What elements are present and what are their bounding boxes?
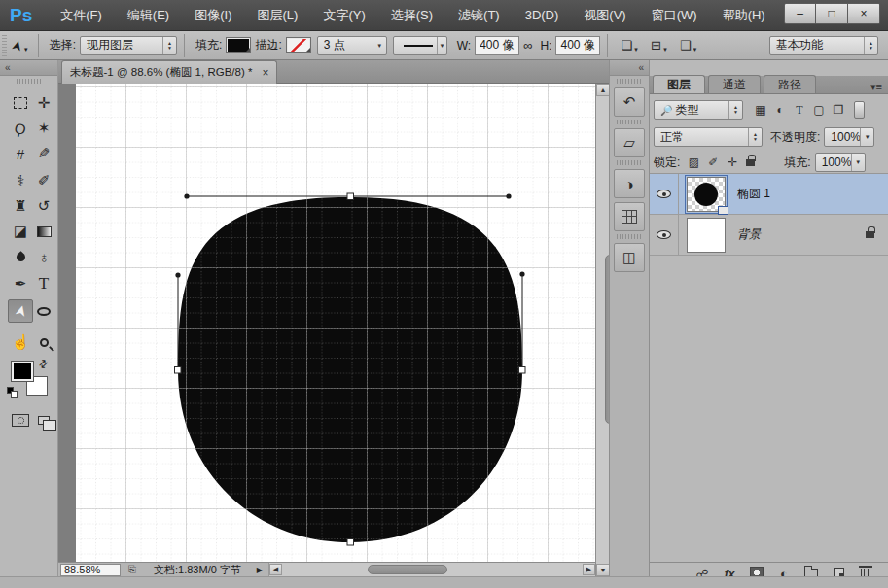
filter-type-dropdown[interactable]: 🔎 类型: [654, 100, 743, 120]
path-arrangement-button[interactable]: ❑▼: [680, 38, 698, 52]
layer-name[interactable]: 背景: [737, 226, 761, 243]
screen-mode-button[interactable]: [31, 408, 56, 432]
tab-paths[interactable]: 路径: [764, 75, 816, 93]
ellipse-shape-tool[interactable]: [31, 299, 56, 323]
crop-tool[interactable]: #: [8, 142, 33, 165]
minimize-button[interactable]: –: [784, 3, 816, 24]
lock-transparency-icon[interactable]: ▨: [684, 156, 703, 169]
export-status-icon[interactable]: ⎘: [128, 564, 136, 575]
rectangular-marquee-tool[interactable]: [8, 91, 33, 115]
maximize-button[interactable]: □: [816, 3, 848, 24]
tab-channels[interactable]: 通道: [708, 75, 761, 93]
blend-mode-dropdown[interactable]: 正常: [654, 127, 763, 147]
scroll-left-icon[interactable]: ◀: [269, 564, 282, 575]
menu-type[interactable]: 文字(Y): [310, 0, 377, 31]
canvas[interactable]: [58, 84, 595, 562]
opacity-input[interactable]: 100%: [824, 127, 874, 147]
filter-adjustment-layers-icon[interactable]: ◐: [770, 103, 790, 117]
clone-stamp-tool[interactable]: ♜: [8, 194, 33, 218]
tab-close-icon[interactable]: ×: [262, 66, 268, 80]
color-panel-button[interactable]: ◑: [614, 169, 645, 198]
fill-opacity-input[interactable]: 100%: [815, 153, 866, 172]
history-brush-tool[interactable]: ↺: [31, 194, 56, 218]
layer-row-background[interactable]: 背景: [650, 215, 888, 256]
dock-header[interactable]: «: [610, 60, 649, 76]
gradient-tool[interactable]: [31, 220, 56, 243]
filter-type-layers-icon[interactable]: T: [790, 103, 809, 118]
spot-healing-brush-tool[interactable]: ⚕: [8, 169, 33, 192]
lock-all-icon[interactable]: [746, 159, 755, 166]
move-tool[interactable]: ✛: [31, 91, 56, 115]
properties-icon: ▱: [623, 134, 635, 152]
shape-height-input[interactable]: 400 像: [555, 36, 600, 55]
menu-edit[interactable]: 编辑(E): [115, 0, 182, 31]
foreground-color-swatch[interactable]: [12, 362, 33, 381]
menu-file[interactable]: 文件(F): [48, 0, 115, 31]
close-button[interactable]: ×: [848, 3, 880, 24]
filter-shape-layers-icon[interactable]: ▢: [809, 103, 829, 117]
eyedropper-tool[interactable]: ✎: [31, 142, 56, 165]
blur-tool[interactable]: [8, 245, 33, 268]
visibility-toggle[interactable]: [650, 174, 679, 215]
type-tool[interactable]: T: [31, 272, 56, 295]
zoom-tool[interactable]: [31, 330, 56, 354]
layer-thumbnail[interactable]: [687, 177, 726, 212]
menu-select[interactable]: 选择(S): [378, 0, 445, 31]
horizontal-scroll-thumb[interactable]: [368, 565, 447, 574]
status-options-arrow-icon[interactable]: ▶: [257, 566, 263, 574]
menu-help[interactable]: 帮助(H): [710, 0, 778, 31]
visibility-toggle[interactable]: [650, 215, 679, 256]
vertical-scrollbar[interactable]: ▲ ▼: [595, 84, 609, 576]
lock-pixels-icon[interactable]: ✐: [703, 156, 723, 169]
menu-view[interactable]: 视图(V): [571, 0, 638, 31]
menu-layer[interactable]: 图层(L): [244, 0, 310, 31]
document-tab[interactable]: 未标题-1 @ 88.6% (椭圆 1, RGB/8) * ×: [61, 60, 277, 84]
menu-window[interactable]: 窗口(W): [639, 0, 710, 31]
stroke-width-dropdown[interactable]: 3 点: [317, 36, 387, 55]
layer-row-ellipse[interactable]: 椭圆 1: [650, 174, 888, 215]
filter-toggle-switch[interactable]: [854, 101, 865, 119]
scroll-down-icon[interactable]: ▼: [596, 564, 610, 576]
swatches-panel-button[interactable]: [614, 202, 645, 231]
stroke-type-dropdown[interactable]: [393, 36, 447, 55]
layer-thumbnail[interactable]: [687, 218, 726, 253]
swap-colors-icon[interactable]: ⇄: [36, 357, 52, 372]
horizontal-scrollbar[interactable]: ◀ ▶: [268, 563, 595, 577]
menu-image[interactable]: 图像(I): [182, 0, 244, 31]
brush-tool[interactable]: ✐: [31, 169, 56, 192]
path-alignment-button[interactable]: ⊟▼: [651, 38, 668, 52]
properties-panel-button[interactable]: ▱: [614, 128, 645, 157]
dodge-tool[interactable]: ♁: [31, 245, 56, 268]
hand-tool[interactable]: ☝: [8, 330, 33, 354]
filter-smart-objects-icon[interactable]: ❐: [829, 103, 848, 117]
pen-tool[interactable]: ✒: [8, 272, 33, 295]
panel-menu-icon[interactable]: ▾≡: [870, 81, 882, 93]
workspace-switcher-dropdown[interactable]: 基本功能: [769, 36, 878, 55]
tools-panel-header[interactable]: «: [0, 60, 57, 76]
menu-filter[interactable]: 滤镜(T): [445, 0, 513, 31]
canvas-viewport[interactable]: [58, 84, 595, 562]
path-selection-tool[interactable]: ➤: [8, 299, 33, 323]
menu-3d[interactable]: 3D(D): [513, 0, 572, 31]
lock-position-icon[interactable]: ✛: [723, 156, 742, 169]
path-operations-button[interactable]: ❏▼: [621, 38, 639, 52]
lasso-tool[interactable]: Ϙ: [8, 117, 33, 140]
stroke-color-swatch[interactable]: [286, 37, 311, 53]
layer-name[interactable]: 椭圆 1: [737, 186, 770, 202]
pen-icon: ✒: [15, 275, 27, 293]
quick-mask-mode-button[interactable]: [8, 408, 33, 432]
tab-layers[interactable]: 图层: [653, 75, 705, 93]
zoom-level-input[interactable]: 88.58%: [60, 564, 121, 576]
styles-3d-panel-button[interactable]: ◫: [614, 243, 645, 272]
history-panel-button[interactable]: ↶: [614, 87, 645, 117]
select-scope-dropdown[interactable]: 现用图层: [80, 36, 177, 55]
eraser-tool[interactable]: ◪: [8, 220, 33, 243]
shape-width-input[interactable]: 400 像: [475, 36, 519, 55]
filter-pixel-layers-icon[interactable]: ▦: [751, 103, 770, 117]
magic-wand-tool[interactable]: ✶: [31, 117, 56, 140]
current-tool-icon[interactable]: ➤: [8, 38, 25, 52]
scroll-up-icon[interactable]: ▲: [596, 84, 610, 96]
fill-color-swatch[interactable]: [226, 37, 251, 53]
scroll-right-icon[interactable]: ▶: [583, 564, 595, 575]
link-dimensions-icon[interactable]: ∞: [523, 38, 532, 52]
